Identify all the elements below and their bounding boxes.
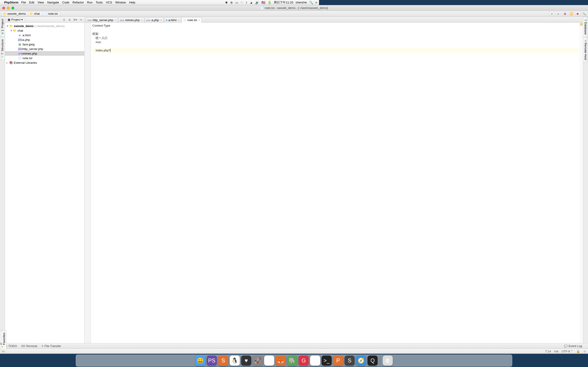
folder-icon: 📁	[9, 24, 13, 28]
project-header: ▦Project▾ ⊙ ⇊ ⚙▾ ⇥	[5, 17, 84, 23]
code-line[interactable]: 框架:	[92, 32, 319, 36]
menu-window[interactable]: Window	[115, 1, 126, 4]
menu-edit[interactable]: Edit	[29, 1, 34, 4]
folder-icon: 📁	[13, 29, 17, 32]
breadcrumb-root[interactable]: 📁swoole_demo	[1, 11, 28, 16]
project-icon: ▦	[1, 32, 4, 34]
volume-icon[interactable]: 🔊	[255, 1, 259, 4]
tree-file[interactable]: phpmimes.php	[5, 51, 84, 56]
breadcrumb-label: note.txt	[48, 12, 58, 15]
window-close-button[interactable]	[2, 7, 5, 9]
menu-view[interactable]: View	[37, 1, 44, 4]
clock[interactable]: 周日下午11:20	[274, 0, 293, 5]
scroll-from-source-button[interactable]: ⊙	[62, 18, 66, 22]
tree-node-label: a.html	[23, 33, 31, 37]
tree-file[interactable]: phphttp_server.php	[5, 47, 84, 51]
image-file-icon: ▦	[18, 43, 22, 46]
editor-tab[interactable]: phpa.php×	[145, 17, 164, 23]
tree-node-label: chat	[17, 29, 23, 32]
structure-icon: ⌬	[1, 56, 4, 58]
left-tool-stripe: ▦1: Project ⌬7: Structure ★2: Favorites	[0, 17, 5, 200]
window-minimize-button[interactable]	[7, 7, 10, 9]
code-line[interactable]: index.php?	[92, 48, 319, 52]
php-file-icon: php	[18, 38, 22, 41]
user-menu[interactable]: shenzhe	[296, 1, 307, 4]
editor-tabs: phphttp_server.php×phpmimes.php×phpa.php…	[85, 17, 319, 23]
breadcrumb-file[interactable]: 📄note.txt	[42, 11, 61, 16]
tool-structure-tab[interactable]: ⌬7: Structure	[0, 37, 5, 60]
battery-icon[interactable]: 🔋	[268, 1, 271, 4]
folder-icon: 📁	[3, 12, 6, 15]
menu-help[interactable]: Help	[129, 1, 135, 4]
bluetooth-icon[interactable]: ᚼ	[246, 1, 247, 4]
app-name[interactable]: PhpStorm	[4, 1, 18, 4]
tab-label: a.php	[151, 18, 159, 22]
code-line[interactable]	[92, 44, 319, 48]
code-line[interactable]: mvc	[92, 40, 319, 44]
tree-file[interactable]: ◈a.html	[5, 33, 84, 37]
timemachine-icon[interactable]: ↻	[241, 1, 243, 4]
menu-run[interactable]: Run	[87, 1, 93, 4]
menu-tools[interactable]: Tools	[96, 1, 103, 4]
tab-close-button[interactable]: ×	[160, 19, 162, 22]
tree-node-label: a.php	[23, 38, 30, 42]
library-icon: 📚	[9, 61, 13, 65]
project-view-selector[interactable]: ▦Project▾	[6, 17, 24, 22]
expand-arrow-icon[interactable]: ▼	[6, 25, 9, 27]
tree-folder-chat[interactable]: ▼📁chat	[5, 28, 84, 33]
settings-button[interactable]: ⚙▾	[73, 18, 78, 22]
editor-tab[interactable]: 📄note.txt×	[182, 17, 202, 23]
project-tree[interactable]: ▼📁swoole_demo(~/work/swoole_demo) ▼📁chat…	[5, 23, 84, 200]
input-source-icon[interactable]: 🇺🇸	[261, 1, 265, 4]
menu-vcs[interactable]: VCS	[106, 1, 112, 4]
editor-tab[interactable]: phphttp_server.php×	[86, 17, 118, 23]
tree-file[interactable]: phpa.php	[5, 37, 84, 42]
breadcrumb-label: swoole_demo	[7, 12, 26, 15]
editor-body: Content-Type框架: 统一入口 mvc index.php?	[85, 23, 319, 200]
menu-code[interactable]: Code	[62, 1, 69, 4]
code-line[interactable]	[92, 28, 319, 32]
hide-button[interactable]: ⇥	[78, 18, 83, 22]
tree-external-libraries[interactable]: ▸📚External Libraries	[5, 60, 84, 65]
tab-label: note.txt	[187, 18, 197, 22]
breadcrumb-chat[interactable]: 📁chat	[28, 11, 42, 16]
spotlight-icon[interactable]: 🔍	[309, 1, 313, 4]
html-file-icon: ◈	[18, 33, 22, 37]
expand-arrow-icon[interactable]: ▸	[6, 61, 9, 64]
folder-icon: 📁	[30, 12, 33, 15]
tab-close-button[interactable]: ×	[115, 19, 116, 22]
display-icon[interactable]: ▭	[235, 1, 238, 4]
tool-project-tab[interactable]: ▦1: Project	[0, 17, 5, 37]
tree-file[interactable]: ▦face.jpeg	[5, 42, 84, 47]
tree-node-path: (~/work/swoole_demo)	[35, 24, 65, 28]
tree-root[interactable]: ▼📁swoole_demo(~/work/swoole_demo)	[5, 24, 84, 28]
menu-file[interactable]: File	[21, 1, 26, 4]
editor-tab[interactable]: ◈a.html×	[164, 17, 181, 23]
menu-refactor[interactable]: Refactor	[73, 1, 84, 4]
editor-gutter[interactable]	[85, 23, 91, 200]
tool-label: 1: Project	[1, 19, 4, 31]
evernote-menubar-icon[interactable]: ✸	[225, 1, 228, 4]
window-title: note.txt - swoole_demo - [~/work/swoole_…	[265, 6, 319, 10]
wifi-icon[interactable]: ▲	[250, 1, 253, 4]
tab-close-button[interactable]: ×	[141, 19, 143, 22]
expand-arrow-icon[interactable]: ▼	[10, 29, 13, 32]
html-file-icon: ◈	[166, 19, 167, 22]
tab-close-button[interactable]: ×	[178, 19, 179, 22]
code-editor[interactable]: Content-Type框架: 统一入口 mvc index.php?	[91, 23, 319, 200]
text-file-icon: 📄	[18, 56, 22, 60]
notification-center-icon[interactable]: ≡	[315, 1, 317, 4]
chevron-down-icon: ▾	[21, 18, 23, 21]
tab-close-button[interactable]: ×	[199, 19, 200, 22]
tree-file[interactable]: 📄note.txt	[5, 56, 84, 60]
add-icon[interactable]: ⊕	[230, 1, 233, 4]
window-zoom-button[interactable]	[11, 7, 14, 9]
collapse-all-button[interactable]: ⇊	[67, 18, 72, 22]
code-line[interactable]: 统一入口	[92, 36, 319, 40]
tree-node-label: mimes.php	[23, 52, 37, 55]
mac-menubar: PhpStorm File Edit View Navigate Code Re…	[0, 0, 319, 5]
project-icon: ▦	[8, 18, 10, 21]
code-line[interactable]: Content-Type	[92, 24, 319, 28]
editor-tab[interactable]: phpmimes.php×	[118, 17, 144, 23]
menu-navigate[interactable]: Navigate	[47, 1, 59, 4]
